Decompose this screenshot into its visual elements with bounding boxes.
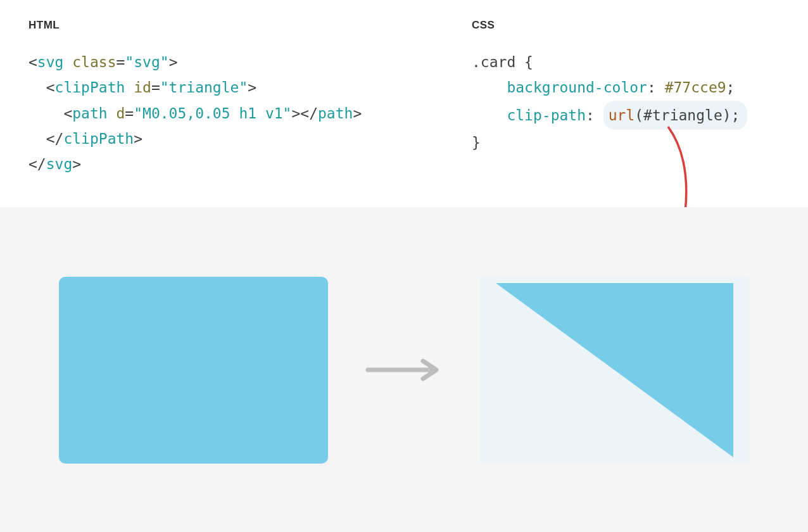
arrow-right-icon (363, 355, 445, 386)
code-token: (#triangle); (634, 107, 740, 124)
code-token: id (134, 79, 151, 96)
code-section: HTML <svg class="svg"> <clipPath id="tri… (0, 0, 808, 207)
code-token: < (28, 54, 37, 70)
illustration-section (0, 207, 808, 532)
code-token (63, 54, 72, 70)
code-token: > (134, 130, 142, 147)
css-column: CSS .card { background-color: #77cce9; c… (472, 19, 789, 188)
card-after (496, 283, 733, 457)
code-token: { (515, 54, 533, 70)
highlight-url-reference: url(#triangle); (603, 101, 748, 130)
code-token: </ (46, 130, 64, 147)
code-token: background-color (507, 79, 647, 96)
code-token: class (72, 54, 116, 70)
code-token (28, 105, 63, 122)
code-token: "triangle" (160, 79, 248, 96)
code-token (108, 105, 117, 122)
code-token: svg (37, 54, 64, 70)
code-token: d (117, 105, 125, 122)
code-token (28, 79, 46, 96)
code-token: #77cce9 (665, 79, 726, 96)
code-token: clip-path (507, 107, 586, 124)
code-token: } (472, 134, 481, 151)
css-code-block: .card { background-color: #77cce9; clip-… (472, 49, 789, 155)
code-token: "M0.05,0.05 h1 v1" (134, 105, 291, 122)
code-token: clipPath (63, 130, 134, 147)
code-token: < (46, 79, 55, 96)
transform-arrow (363, 355, 445, 386)
code-token: </ (28, 156, 46, 172)
code-token: svg (46, 156, 73, 172)
code-token (125, 79, 134, 96)
css-label: CSS (472, 19, 789, 32)
code-token (28, 130, 46, 147)
cards-row (0, 277, 808, 464)
code-token: > (169, 54, 178, 70)
code-token: > (72, 156, 81, 172)
code-token: > (248, 79, 256, 96)
card-before (59, 277, 328, 464)
code-token: < (63, 105, 72, 122)
card-after-wrapper (480, 277, 749, 464)
code-token: > (353, 105, 362, 122)
html-code-block: <svg class="svg"> <clipPath id="triangle… (28, 49, 434, 177)
code-token: ; (726, 79, 735, 96)
code-token: = (151, 79, 160, 96)
code-token: = (125, 105, 134, 122)
code-token: path (72, 105, 107, 122)
code-token: : (647, 79, 665, 96)
html-column: HTML <svg class="svg"> <clipPath id="tri… (28, 19, 434, 188)
html-label: HTML (28, 19, 434, 32)
code-token: url (609, 107, 635, 124)
code-token: clipPath (55, 79, 125, 96)
code-token: path (318, 105, 353, 122)
code-token: : (586, 107, 603, 124)
code-token: ></ (291, 105, 318, 122)
code-token (472, 107, 507, 124)
code-token (472, 79, 507, 96)
code-token: = (117, 54, 125, 70)
code-token: .card (472, 54, 515, 70)
code-token: "svg" (125, 54, 168, 70)
